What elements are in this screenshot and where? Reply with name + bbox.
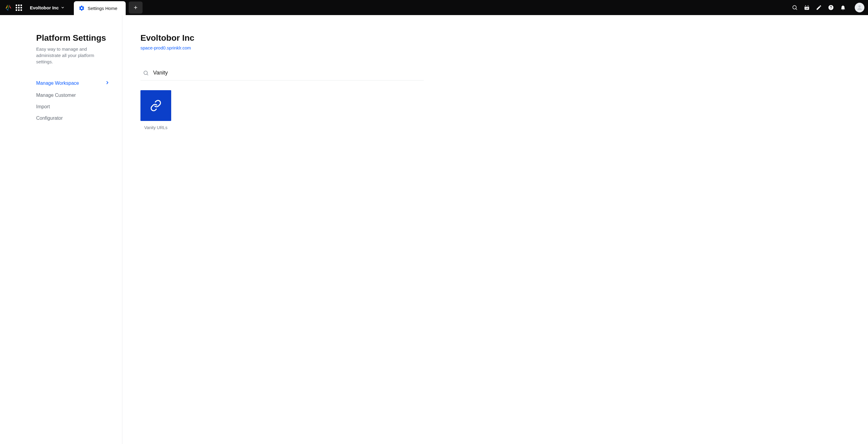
- search-input[interactable]: [153, 70, 423, 76]
- gear-icon: [79, 5, 85, 11]
- sidebar-description: Easy way to manage and administrate all …: [36, 46, 110, 65]
- calendar-button[interactable]: 14: [804, 4, 810, 11]
- edit-button[interactable]: [815, 4, 822, 11]
- notifications-button[interactable]: [840, 4, 846, 11]
- chevron-right-icon: [104, 80, 110, 87]
- leaf-logo-icon: [4, 4, 12, 11]
- sidebar-item-import[interactable]: Import: [36, 101, 110, 113]
- svg-line-3: [796, 9, 797, 10]
- org-selector[interactable]: Evoltobor Inc: [27, 5, 68, 10]
- tile-label: Vanity URLs: [144, 125, 167, 130]
- brand-logo[interactable]: [4, 3, 13, 12]
- bell-icon: [840, 4, 846, 10]
- sidebar-item-manage-workspace[interactable]: Manage Workspace: [36, 77, 110, 90]
- sidebar-title: Platform Settings: [36, 33, 110, 43]
- search-icon: [792, 4, 798, 10]
- svg-line-12: [147, 74, 148, 75]
- calendar-date-badge: 14: [806, 7, 808, 10]
- help-button[interactable]: [828, 4, 834, 11]
- search-icon: [143, 70, 149, 76]
- org-name: Evoltobor Inc: [30, 5, 59, 10]
- svg-point-9: [831, 8, 831, 9]
- help-icon: [828, 4, 834, 10]
- svg-point-10: [858, 5, 861, 7]
- top-actions: 14: [792, 3, 864, 12]
- user-icon: [856, 4, 863, 11]
- svg-rect-5: [805, 6, 809, 7]
- sidebar-item-label: Manage Customer: [36, 93, 76, 98]
- tile-vanity-urls[interactable]: Vanity URLs: [141, 90, 171, 130]
- chevron-down-icon: [61, 5, 65, 10]
- page-title: Evoltobor Inc: [141, 33, 850, 43]
- tab-settings-home[interactable]: Settings Home: [74, 1, 126, 15]
- sidebar-item-manage-customer[interactable]: Manage Customer: [36, 90, 110, 101]
- main-content: Evoltobor Inc space-prod0.sprinklr.com V…: [122, 15, 868, 444]
- apps-launcher[interactable]: [16, 4, 22, 11]
- tab-label: Settings Home: [88, 6, 117, 11]
- svg-point-2: [793, 5, 796, 9]
- sidebar-item-label: Manage Workspace: [36, 81, 79, 86]
- search-button[interactable]: [792, 4, 798, 11]
- new-tab-button[interactable]: [129, 1, 143, 13]
- tile-box: [141, 90, 171, 121]
- link-icon: [150, 99, 162, 112]
- settings-search: [141, 67, 424, 81]
- domain-link[interactable]: space-prod0.sprinklr.com: [141, 45, 191, 50]
- svg-point-11: [144, 71, 147, 75]
- sidebar-item-configurator[interactable]: Configurator: [36, 113, 110, 124]
- top-nav: Evoltobor Inc Settings Home 14: [0, 0, 868, 15]
- sidebar-item-label: Configurator: [36, 116, 63, 121]
- pencil-icon: [816, 4, 822, 10]
- plus-icon: [133, 5, 138, 10]
- settings-tiles: Vanity URLs: [141, 90, 850, 130]
- user-avatar[interactable]: [855, 3, 864, 12]
- sidebar-item-label: Import: [36, 104, 50, 110]
- sidebar: Platform Settings Easy way to manage and…: [0, 15, 122, 444]
